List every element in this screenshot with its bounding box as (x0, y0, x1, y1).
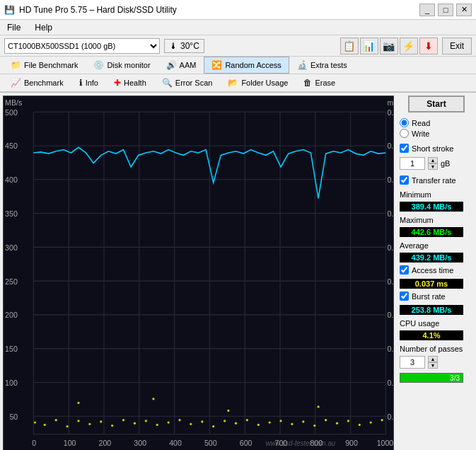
passes-input[interactable]: 3 (400, 356, 425, 369)
maximum-label: Maximum (400, 216, 473, 224)
svg-text:0.20: 0.20 (388, 311, 393, 319)
svg-text:0: 0 (32, 439, 36, 447)
maximize-button[interactable]: □ (438, 4, 453, 16)
menu-file[interactable]: File (4, 21, 23, 34)
disk-select[interactable]: CT1000BX500SSD1 (1000 gB) (4, 38, 160, 54)
read-radio[interactable] (400, 118, 409, 127)
right-panel: Start Read Write Short stroke 1 ▲ ▼ gB (397, 93, 476, 450)
tab-folder-usage[interactable]: 📂 Folder Usage (220, 74, 296, 91)
svg-point-75 (246, 419, 248, 421)
svg-point-73 (224, 420, 226, 422)
svg-point-61 (88, 423, 91, 425)
svg-text:0.35: 0.35 (388, 209, 393, 218)
transfer-rate-checkbox[interactable] (400, 175, 409, 185)
tab-benchmark[interactable]: 📈 Benchmark (3, 74, 71, 91)
download-icon-button[interactable]: ⬇ (419, 38, 438, 54)
svg-point-80 (302, 420, 304, 422)
tab-bar: 📁 File Benchmark 💿 Disk monitor 🔊 AAM 🔀 … (0, 57, 476, 93)
minimum-value: 389.4 MB/s (400, 202, 463, 212)
short-stroke-spinners: ▲ ▼ (428, 157, 438, 170)
power-icon-button[interactable]: ⚡ (400, 38, 418, 54)
copy-icon-button[interactable]: 📋 (340, 38, 359, 54)
start-button[interactable]: Start (408, 96, 465, 112)
svg-point-63 (111, 425, 113, 427)
menu-help[interactable]: Help (32, 21, 55, 34)
tab-disk-monitor[interactable]: 💿 Disk monitor (86, 57, 158, 74)
svg-text:200: 200 (5, 311, 18, 319)
svg-text:450: 450 (5, 142, 18, 150)
toolbar: CT1000BX500SSD1 (1000 gB) 🌡 30°C 📋 📊 📷 ⚡… (0, 35, 476, 57)
svg-text:400: 400 (169, 439, 182, 447)
tab-error-scan[interactable]: 🔍 Error Scan (154, 74, 221, 91)
svg-point-79 (291, 423, 293, 425)
short-stroke-checkbox-item: Short stroke (400, 144, 473, 153)
minimize-button[interactable]: _ (419, 4, 435, 16)
tab-row-1: 📁 File Benchmark 💿 Disk monitor 🔊 AAM 🔀 … (0, 57, 476, 74)
tab-random-access[interactable]: 🔀 Random Access (204, 57, 289, 74)
svg-text:0.25: 0.25 (388, 277, 393, 285)
exit-button[interactable]: Exit (442, 38, 472, 54)
tab-row-2: 📈 Benchmark ℹ Info ✚ Health 🔍 Error Scan… (0, 74, 476, 92)
maximum-value: 442.6 MB/s (400, 227, 463, 237)
svg-text:0.15: 0.15 (388, 345, 393, 353)
svg-point-72 (212, 425, 214, 427)
short-stroke-input[interactable]: 1 (400, 157, 425, 170)
window-title: HD Tune Pro 5.75 – Hard Disk/SSD Utility (19, 5, 177, 15)
svg-point-86 (370, 421, 372, 423)
svg-point-62 (100, 420, 102, 422)
random-access-icon: 🔀 (211, 60, 222, 70)
svg-text:100: 100 (5, 379, 18, 387)
tab-health[interactable]: ✚ Health (106, 74, 154, 91)
error-scan-icon: 🔍 (162, 78, 173, 88)
camera-icon-button[interactable]: 📷 (380, 38, 398, 54)
svg-text:0.10: 0.10 (388, 379, 393, 387)
toolbar-icon-group: 📋 📊 📷 ⚡ ⬇ (340, 38, 438, 54)
svg-point-65 (134, 422, 136, 425)
svg-point-85 (359, 424, 361, 426)
tab-aam[interactable]: 🔊 AAM (158, 57, 204, 74)
svg-point-68 (168, 421, 170, 423)
svg-point-66 (145, 420, 147, 422)
chart-svg: 500 450 400 350 300 250 200 150 100 50 M… (4, 96, 393, 450)
short-stroke-up[interactable]: ▲ (428, 157, 438, 163)
write-radio[interactable] (400, 129, 409, 138)
svg-point-90 (227, 410, 229, 412)
temperature-value: 30°C (180, 41, 199, 51)
access-time-checkbox[interactable] (400, 265, 409, 275)
tab-extra-tests[interactable]: 🔬 Extra tests (289, 57, 355, 74)
short-stroke-down[interactable]: ▼ (428, 163, 438, 170)
tab-info[interactable]: ℹ Info (71, 74, 106, 91)
close-button[interactable]: ✕ (456, 4, 472, 16)
passes-up[interactable]: ▲ (428, 356, 438, 362)
average-value: 439.2 MB/s (400, 253, 463, 262)
aam-icon: 🔊 (166, 60, 177, 70)
temperature-display: 🌡 30°C (164, 39, 204, 53)
short-stroke-checkbox[interactable] (400, 144, 409, 153)
tab-erase[interactable]: 🗑 Erase (296, 74, 343, 91)
svg-text:MB/s: MB/s (5, 98, 23, 107)
svg-point-57 (44, 424, 46, 426)
svg-text:0.50: 0.50 (388, 108, 393, 116)
tab-file-benchmark[interactable]: 📁 File Benchmark (3, 57, 86, 74)
titlebar-left: 💾 HD Tune Pro 5.75 – Hard Disk/SSD Utili… (4, 5, 177, 15)
svg-text:0.05: 0.05 (388, 412, 393, 420)
chart-panel: 500 450 400 350 300 250 200 150 100 50 M… (0, 93, 397, 450)
passes-down[interactable]: ▼ (428, 362, 438, 369)
svg-point-56 (34, 421, 36, 423)
svg-text:500: 500 (204, 439, 217, 447)
svg-text:600: 600 (240, 439, 252, 447)
read-write-group: Read Write (400, 118, 473, 138)
chart-icon-button[interactable]: 📊 (360, 38, 378, 54)
burst-rate-checkbox-item: Burst rate (400, 292, 473, 301)
svg-point-88 (77, 402, 79, 404)
minimum-label: Minimum (400, 190, 473, 199)
svg-text:500: 500 (5, 108, 18, 116)
svg-text:250: 250 (5, 277, 18, 285)
burst-rate-checkbox[interactable] (400, 292, 409, 301)
svg-point-89 (152, 398, 154, 400)
write-radio-label[interactable]: Write (400, 129, 473, 138)
extra-tests-icon: 🔬 (297, 60, 308, 70)
progress-text: 3/3 (450, 374, 460, 383)
read-radio-label[interactable]: Read (400, 118, 473, 127)
cpu-usage-label: CPU usage (400, 319, 473, 328)
